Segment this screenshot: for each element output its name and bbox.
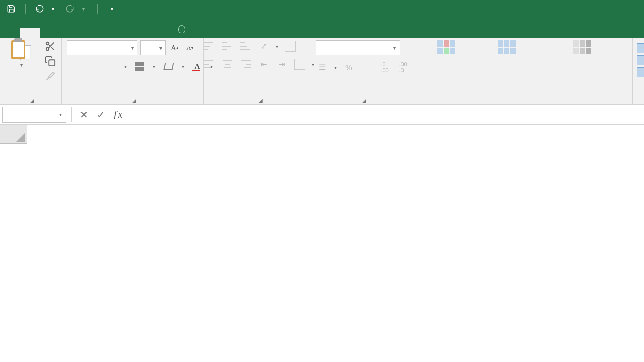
align-middle-button[interactable]: [221, 40, 233, 52]
svg-line-4: [48, 44, 50, 46]
increase-font-button[interactable]: A▴: [169, 42, 181, 54]
font-size-combo[interactable]: ▾: [140, 40, 166, 55]
separator: [71, 107, 72, 122]
font-name-combo[interactable]: ▾: [67, 40, 137, 55]
number-format-combo[interactable]: ▾: [316, 40, 400, 55]
format-painter-button[interactable]: [44, 70, 56, 82]
decrease-decimal-button[interactable]: .00.0: [397, 61, 409, 73]
ribbon: ▾ ◢ ▾: [0, 38, 644, 105]
increase-indent-button[interactable]: ⇥: [276, 58, 288, 70]
decrease-font-button[interactable]: A▾: [184, 42, 196, 54]
table-icon: [498, 40, 516, 54]
clipboard-icon: [11, 40, 25, 59]
format-cells-icon[interactable]: [637, 67, 644, 77]
chevron-down-icon[interactable]: ▾: [334, 65, 337, 70]
chevron-down-icon[interactable]: ▾: [276, 44, 278, 49]
save-icon[interactable]: [6, 4, 16, 14]
cancel-edit-button[interactable]: ✕: [75, 107, 92, 122]
tab-view[interactable]: [141, 28, 161, 38]
tab-home[interactable]: [20, 28, 40, 38]
cell-styles-icon: [573, 40, 591, 54]
svg-line-3: [51, 47, 54, 50]
comma-style-button[interactable]: [361, 61, 373, 73]
chevron-down-icon[interactable]: ▾: [153, 64, 155, 69]
borders-button[interactable]: [134, 60, 146, 72]
italic-button[interactable]: [86, 60, 98, 72]
formula-input[interactable]: [126, 107, 644, 123]
group-number: ▾ ☰ ▾ % .0.00 .00.0 ◢: [314, 38, 411, 104]
chevron-down-icon: ▾: [393, 45, 396, 51]
tab-review[interactable]: [121, 28, 141, 38]
paste-button[interactable]: ▾: [5, 40, 37, 68]
fill-color-button[interactable]: [163, 60, 175, 72]
quick-access-toolbar: ▾ ▾ ▾: [0, 4, 117, 14]
align-left-button[interactable]: [203, 58, 215, 70]
tab-file[interactable]: [0, 28, 20, 38]
chevron-down-icon: ▾: [159, 45, 162, 51]
cell-styles-button[interactable]: [537, 40, 627, 56]
confirm-edit-button[interactable]: ✓: [92, 107, 109, 122]
copy-button[interactable]: [44, 55, 56, 67]
redo-icon[interactable]: [65, 4, 75, 14]
redo-dropdown-icon[interactable]: ▾: [78, 4, 88, 14]
chevron-down-icon: ▾: [59, 112, 62, 117]
accounting-format-button[interactable]: ☰: [316, 61, 328, 73]
formula-bar: ▾ ✕ ✓ ƒx: [0, 105, 644, 125]
svg-rect-5: [49, 60, 55, 66]
delete-cells-icon[interactable]: [637, 55, 644, 65]
merge-button[interactable]: [294, 58, 306, 70]
dialog-launcher-icon[interactable]: ◢: [132, 98, 136, 103]
tab-data[interactable]: [101, 28, 121, 38]
chevron-down-icon[interactable]: ▾: [182, 64, 184, 69]
group-clipboard: ▾ ◢: [0, 38, 62, 104]
title-bar: ▾ ▾ ▾: [0, 0, 644, 17]
increase-decimal-button[interactable]: .0.00: [379, 61, 391, 73]
percent-button[interactable]: %: [343, 61, 355, 73]
underline-button[interactable]: [105, 60, 117, 72]
undo-dropdown-icon[interactable]: ▾: [48, 4, 58, 14]
select-all-corner[interactable]: [0, 125, 27, 144]
format-as-table-button[interactable]: [476, 40, 537, 56]
group-styles: [411, 38, 633, 104]
undo-icon[interactable]: [35, 4, 45, 14]
group-font: ▾ ▾ A▴ A▾ ▾ ▾ ▾ A ▾ ◢: [62, 38, 204, 104]
cut-button[interactable]: [44, 40, 56, 52]
dialog-launcher-icon[interactable]: ◢: [362, 98, 366, 103]
conditional-formatting-button[interactable]: [416, 40, 476, 56]
wrap-text-button[interactable]: [284, 40, 296, 52]
name-box[interactable]: ▾: [2, 107, 66, 123]
chevron-down-icon: ▾: [131, 45, 134, 51]
orientation-button[interactable]: ⤢: [258, 40, 270, 52]
qat-customize-icon[interactable]: ▾: [107, 4, 117, 14]
lightbulb-icon: [178, 25, 185, 33]
chevron-down-icon: ▾: [20, 62, 23, 68]
insert-function-button[interactable]: ƒx: [109, 107, 126, 122]
insert-cells-icon[interactable]: [637, 43, 644, 53]
separator: [25, 4, 26, 14]
worksheet: [0, 125, 644, 144]
align-center-button[interactable]: [221, 58, 233, 70]
bold-button[interactable]: [67, 60, 79, 72]
dialog-launcher-icon[interactable]: ◢: [259, 98, 263, 103]
align-right-button[interactable]: [239, 58, 252, 70]
separator: [97, 4, 98, 14]
dialog-launcher-icon[interactable]: ◢: [30, 98, 34, 103]
svg-point-0: [46, 42, 49, 45]
tab-pagelayout[interactable]: [60, 28, 80, 38]
align-top-button[interactable]: [203, 40, 215, 52]
font-color-button[interactable]: A: [191, 60, 203, 72]
group-cells-partial: [633, 38, 644, 104]
tab-formulas[interactable]: [80, 28, 101, 38]
group-alignment: ⤢ ▾ ⇤ ⇥ ▾ ◢: [204, 38, 314, 104]
decrease-indent-button[interactable]: ⇤: [258, 58, 270, 70]
tell-me[interactable]: [168, 20, 199, 38]
chevron-down-icon[interactable]: ▾: [124, 64, 127, 69]
svg-point-1: [46, 48, 49, 51]
ribbon-tabs: [0, 17, 644, 38]
tab-insert[interactable]: [40, 28, 60, 38]
align-bottom-button[interactable]: [239, 40, 252, 52]
conditional-formatting-icon: [437, 40, 455, 54]
